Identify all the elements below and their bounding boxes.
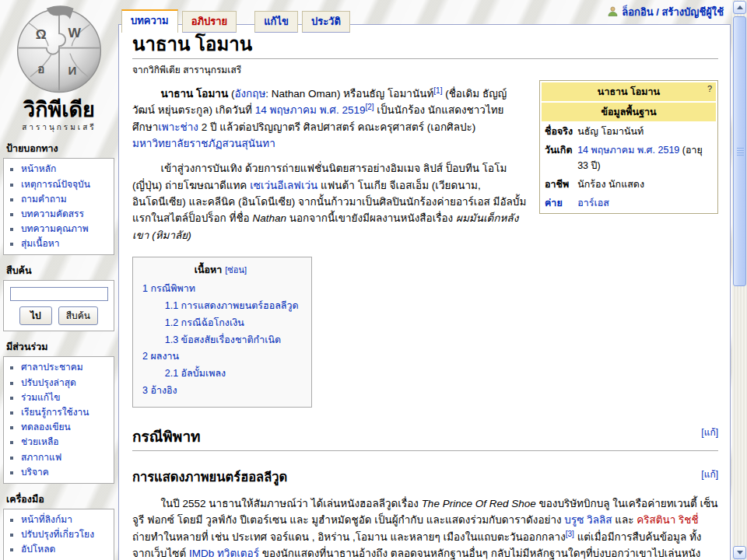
- sidebar-link[interactable]: สุ่มเนื้อหา: [21, 238, 59, 249]
- infobox-row: ชื่อจริงนธัญ โอมานันท์: [542, 123, 716, 140]
- toc-link[interactable]: 1 กรณีพิพาท: [142, 283, 195, 294]
- sidebar-link[interactable]: ถามคำถาม: [21, 194, 67, 205]
- login-link[interactable]: ล็อกอิน / สร้างบัญชีผู้ใช้: [622, 4, 724, 20]
- wiki-link[interactable]: อาร์เอส: [577, 198, 609, 208]
- scrollbar-thumb[interactable]: [733, 16, 746, 286]
- infobox-row-label: ชื่อจริง: [542, 123, 574, 140]
- toc-link[interactable]: 2 ผลงาน: [142, 351, 179, 362]
- search-input[interactable]: [10, 287, 108, 301]
- svg-text:Ω: Ω: [36, 26, 47, 42]
- portlet-search: สืบค้น ไป สืบค้น: [3, 263, 114, 331]
- sidebar-link[interactable]: ช่วยเหลือ: [21, 436, 59, 447]
- toc-link[interactable]: 1.1 การแสดงภาพยนตร์ฮอลลีวูด: [165, 300, 299, 311]
- text-run: ในปี 2552 นาธานให้สัมภาษณ์ว่า ได้เล่นหนั…: [160, 498, 421, 509]
- infobox-row-label: วันเกิด: [542, 142, 574, 174]
- wiki-link[interactable]: พ.ศ. 2519: [320, 104, 366, 116]
- wiki-link[interactable]: บรูซ วิลลิส: [564, 514, 612, 526]
- toc-item: 3 อ้างอิง: [142, 383, 299, 400]
- toc-link[interactable]: 1.3 ข้อสงสัยเรื่องชาติกำเนิด: [165, 334, 281, 345]
- navigation-list: หน้าหลักเหตุการณ์ปัจจุบันถามคำถามบทความค…: [5, 162, 112, 251]
- sidebar-link[interactable]: บทความคุณภาพ: [21, 223, 89, 234]
- list-item: ร่วมแก้ไข: [21, 390, 112, 405]
- wiki-link[interactable]: IMDb: [189, 548, 214, 559]
- edit-link[interactable]: [แก้]: [701, 469, 718, 480]
- reference-link[interactable]: [3]: [566, 529, 574, 537]
- toc-link[interactable]: 2.1 อัลบั้มเพลง: [165, 368, 226, 379]
- scroll-down-button[interactable]: [733, 546, 746, 559]
- list-item: บริจาค: [21, 465, 112, 480]
- portlet-navigation: ป้ายบอกทาง หน้าหลักเหตุการณ์ปัจจุบันถามค…: [3, 141, 114, 255]
- infobox-help-link[interactable]: ?: [707, 84, 712, 93]
- tab-แก้ไข[interactable]: แก้ไข: [254, 11, 298, 33]
- sidebar-link[interactable]: บทความคัดสรร: [21, 208, 84, 219]
- sidebar-link[interactable]: เรียนรู้การใช้งาน: [21, 407, 89, 418]
- wiki-link[interactable]: เซเว่นอีเลฟเว่น: [250, 180, 317, 191]
- toc-title-text: เนื้อหา: [195, 264, 223, 275]
- page-tabs: บทความอภิปรายแก้ไขประวัติ: [121, 9, 354, 33]
- wikipedia-logo[interactable]: Ω W อ И วิกิพีเดีย สารานุกรมเสรี: [0, 0, 118, 133]
- wiki-link[interactable]: 14 พฤษภาคม: [255, 104, 317, 116]
- sidebar-link[interactable]: หน้าที่ลิงก์มา: [21, 514, 72, 525]
- sidebar-link[interactable]: บริจาค: [21, 467, 49, 478]
- wiki-link[interactable]: เพาะช่าง: [158, 121, 198, 133]
- sidebar-link[interactable]: เหตุการณ์ปัจจุบัน: [21, 179, 90, 190]
- tab-อภิปราย[interactable]: อภิปราย: [182, 11, 237, 33]
- wiki-link[interactable]: อังกฤษ: [234, 88, 265, 100]
- reference-link[interactable]: [1]: [433, 86, 442, 95]
- list-item: บทความคัดสรร: [21, 207, 112, 222]
- toc-item: 1.2 กรณีฉ้อโกงเงิน: [165, 315, 299, 332]
- sidebar-link[interactable]: ปรับปรุงที่เกี่ยวโยง: [21, 529, 94, 540]
- text-run: Nathan: [252, 212, 286, 224]
- go-button[interactable]: ไป: [19, 306, 52, 325]
- article-sections: [แก้]กรณีพิพาท[แก้]การแสดงภาพยนตร์ฮอลลีว…: [132, 425, 718, 560]
- reference: [2]: [365, 103, 374, 111]
- tab-บทความ[interactable]: บทความ: [121, 9, 178, 33]
- list-item: ถามคำถาม: [21, 192, 112, 207]
- wiki-link[interactable]: ค่าย: [545, 198, 563, 208]
- sidebar-link[interactable]: อัปโหลด: [21, 544, 55, 555]
- toc-item: 1 กรณีพิพาท: [142, 281, 299, 298]
- infobox-row-value: 14 พฤษภาคม พ.ศ. 2519 (อายุ 33 ปี): [576, 142, 716, 174]
- edit-link[interactable]: [แก้]: [701, 427, 718, 438]
- toc-link[interactable]: 3 อ้างอิง: [142, 385, 177, 396]
- scroll-up-button[interactable]: [733, 1, 746, 14]
- toc-title: เนื้อหา[ซ่อน]: [142, 262, 299, 278]
- infobox-row: ค่ายอาร์เอส: [542, 194, 716, 212]
- sidebar-link[interactable]: สภากาแฟ: [21, 452, 61, 463]
- browser-scrollbar[interactable]: [732, 0, 747, 560]
- text-run: และ: [612, 514, 637, 526]
- svg-text:И: И: [68, 64, 77, 77]
- infobox-row-label: อาชีพ: [542, 176, 574, 193]
- toc-text: ข้อสงสัยเรื่องชาติกำเนิด: [181, 334, 281, 345]
- list-item: ปรับปรุงที่เกี่ยวโยง: [21, 527, 112, 542]
- tab-label: ประวัติ: [311, 16, 341, 27]
- personal-bar: ล็อกอิน / สร้างบัญชีผู้ใช้: [608, 4, 724, 20]
- red-link[interactable]: คริสตินา ริชชี่: [637, 514, 698, 526]
- toc-item: 1.3 ข้อสงสัยเรื่องชาติกำเนิด: [165, 332, 299, 349]
- sidebar-link[interactable]: ร่วมแก้ไข: [21, 392, 60, 403]
- section-heading: [แก้]กรณีพิพาท: [132, 425, 718, 451]
- portlet-tools: เครื่องมือ หน้าที่ลิงก์มาปรับปรุงที่เกี่…: [3, 492, 114, 560]
- toc-number: 2: [142, 351, 150, 362]
- sidebar-link[interactable]: ปรับปรุงล่าสุด: [21, 377, 76, 388]
- svg-text:W: W: [68, 25, 82, 40]
- list-item: หน้าที่ลิงก์มา: [21, 513, 112, 527]
- list-item: เรียนรู้การใช้งาน: [21, 405, 112, 420]
- tab-ประวัติ[interactable]: ประวัติ: [302, 11, 350, 33]
- tab-label: แก้ไข: [264, 16, 289, 27]
- reference-link[interactable]: [2]: [365, 103, 374, 111]
- list-item: ศาลาประชาคม: [21, 360, 112, 375]
- toc-item: 2.1 อัลบั้มเพลง: [165, 366, 299, 383]
- wiki-link[interactable]: ทวิตเตอร์: [217, 548, 259, 559]
- wiki-link[interactable]: มหาวิทยาลัยราชภัฏสวนสุนันทา: [132, 138, 275, 149]
- search-button[interactable]: สืบค้น: [58, 306, 98, 325]
- infobox-row-value: นธัญ โอมานันท์: [576, 123, 716, 140]
- sidebar-link[interactable]: ศาลาประชาคม: [21, 362, 83, 373]
- list-item: บทความคุณภาพ: [21, 222, 112, 236]
- toc-hide-toggle[interactable]: [ซ่อน]: [225, 265, 247, 275]
- toc-link[interactable]: 1.2 กรณีฉ้อโกงเงิน: [165, 317, 244, 328]
- sidebar-link[interactable]: ทดลองเขียน: [21, 422, 71, 432]
- text-run: นธัญ โอมานันท์: [577, 126, 644, 137]
- wiki-link[interactable]: 14 พฤษภาคม พ.ศ. 2519: [577, 145, 679, 156]
- sidebar-link[interactable]: หน้าหลัก: [21, 163, 56, 174]
